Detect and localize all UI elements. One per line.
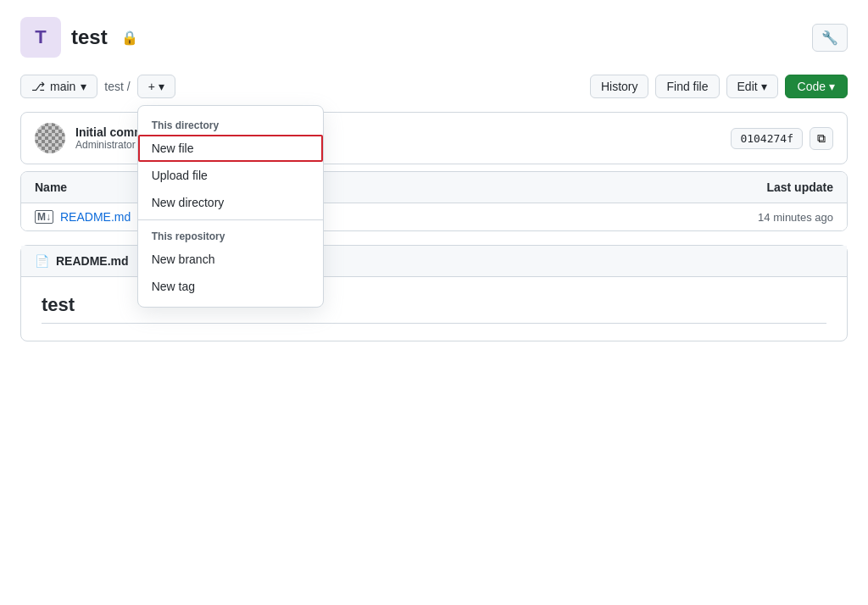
readme-icon: 📄 — [35, 254, 49, 268]
markdown-icon: M↓ — [35, 210, 53, 224]
repo-avatar: T — [20, 17, 61, 58]
code-button[interactable]: Code ▾ — [785, 75, 848, 98]
commit-right: 0104274f ⧉ — [731, 127, 833, 150]
repo-title-row: T test 🔒 — [20, 17, 138, 58]
branch-icon: ⎇ — [31, 80, 45, 93]
dropdown-divider — [138, 219, 323, 220]
dropdown-section-repository: This repository — [138, 224, 323, 246]
col-last-update-header: Last update — [766, 180, 833, 194]
upload-file-item[interactable]: Upload file — [138, 162, 323, 189]
edit-button[interactable]: Edit ▾ — [726, 75, 778, 98]
branch-selector[interactable]: ⎇ main ▾ — [20, 75, 97, 98]
chevron-down-icon: ▾ — [81, 80, 86, 93]
plus-button[interactable]: + ▾ — [137, 75, 175, 98]
avatar — [35, 123, 65, 153]
commit-left: Initial commit Administrator a — [35, 123, 152, 153]
repo-name: test — [71, 25, 108, 49]
new-file-item[interactable]: New file — [138, 135, 323, 162]
toolbar-right: History Find file Edit ▾ Code ▾ — [590, 75, 848, 98]
lock-icon: 🔒 — [121, 30, 138, 46]
code-chevron-icon: ▾ — [829, 80, 835, 93]
dropdown-section-directory: This directory — [138, 113, 323, 135]
repo-header: T test 🔒 🔧 — [20, 17, 848, 58]
breadcrumb: test / — [104, 80, 130, 93]
copy-hash-button[interactable]: ⧉ — [810, 127, 833, 150]
plus-chevron-icon: ▾ — [159, 80, 164, 93]
branch-name: main — [50, 80, 75, 93]
new-directory-item[interactable]: New directory — [138, 189, 323, 216]
commit-hash: 0104274f — [731, 128, 803, 149]
settings-button[interactable]: 🔧 — [812, 24, 848, 52]
new-branch-item[interactable]: New branch — [138, 246, 323, 273]
toolbar: ⎇ main ▾ test / + ▾ This directory New f… — [20, 75, 848, 98]
col-name-header: Name — [35, 180, 67, 194]
edit-chevron-icon: ▾ — [761, 80, 767, 93]
readme-title: README.md — [56, 254, 129, 268]
plus-dropdown-container: + ▾ This directory New file Upload file … — [137, 75, 175, 98]
history-button[interactable]: History — [590, 75, 649, 98]
find-file-button[interactable]: Find file — [655, 75, 719, 98]
new-tag-item[interactable]: New tag — [138, 273, 323, 300]
dropdown-menu: This directory New file Upload file New … — [137, 105, 324, 308]
plus-icon: + — [148, 80, 155, 93]
code-label: Code — [798, 80, 826, 93]
readme-divider — [42, 323, 826, 324]
file-time: 14 minutes ago — [758, 211, 833, 224]
edit-label: Edit — [737, 80, 758, 93]
